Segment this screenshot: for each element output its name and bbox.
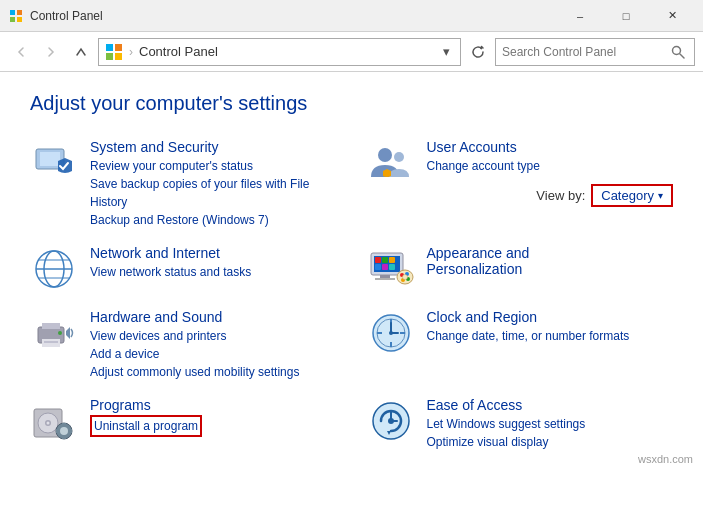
- user-accounts-content: User Accounts Change account type: [427, 139, 674, 175]
- svg-point-54: [60, 427, 68, 435]
- svg-rect-21: [375, 257, 381, 263]
- user-accounts-link-1[interactable]: Change account type: [427, 157, 674, 175]
- system-security-title[interactable]: System and Security: [90, 139, 337, 155]
- svg-rect-22: [382, 257, 388, 263]
- appearance-content: Appearance andPersonalization: [427, 245, 674, 279]
- svg-rect-28: [375, 278, 395, 280]
- view-by-control: View by: Category ▾: [536, 184, 673, 207]
- clock-region-title[interactable]: Clock and Region: [427, 309, 674, 325]
- system-security-link-2[interactable]: Save backup copies of your files with Fi…: [90, 175, 337, 211]
- network-internet-icon: [30, 245, 78, 293]
- hardware-sound-icon: [30, 309, 78, 357]
- title-bar: Control Panel – □ ✕: [0, 0, 703, 32]
- svg-rect-6: [106, 53, 113, 60]
- category-ease-of-access: Ease of Access Let Windows suggest setti…: [367, 397, 674, 451]
- svg-rect-25: [382, 264, 388, 270]
- window-icon: [8, 8, 24, 24]
- svg-rect-57: [56, 429, 60, 433]
- ease-of-access-icon: [367, 397, 415, 445]
- category-appearance: Appearance andPersonalization: [367, 245, 674, 293]
- window-title: Control Panel: [30, 9, 557, 23]
- programs-icon: [30, 397, 78, 445]
- svg-rect-0: [10, 10, 15, 15]
- hardware-sound-content: Hardware and Sound View devices and prin…: [90, 309, 337, 381]
- address-cp-icon: [105, 43, 123, 61]
- back-button[interactable]: [8, 39, 34, 65]
- svg-rect-23: [389, 257, 395, 263]
- hardware-sound-title[interactable]: Hardware and Sound: [90, 309, 337, 325]
- category-network-internet: Network and Internet View network status…: [30, 245, 337, 293]
- close-button[interactable]: ✕: [649, 0, 695, 32]
- svg-point-34: [402, 275, 407, 280]
- maximize-button[interactable]: □: [603, 0, 649, 32]
- search-input[interactable]: [502, 45, 668, 59]
- category-programs: Programs Uninstall a program: [30, 397, 337, 451]
- main-content: Adjust your computer's settings View by:…: [0, 72, 703, 471]
- svg-rect-11: [40, 152, 60, 166]
- svg-rect-56: [62, 435, 66, 439]
- svg-rect-58: [68, 429, 72, 433]
- address-field[interactable]: › Control Panel ▾: [98, 38, 461, 66]
- view-by-arrow: ▾: [658, 190, 663, 201]
- svg-point-39: [58, 331, 62, 335]
- ease-of-access-link-2[interactable]: Optimize visual display: [427, 433, 674, 451]
- svg-rect-26: [389, 264, 395, 270]
- svg-rect-27: [380, 275, 390, 278]
- watermark: wsxdn.com: [638, 453, 693, 465]
- svg-point-12: [378, 148, 392, 162]
- svg-point-52: [47, 422, 50, 425]
- hardware-sound-link-3[interactable]: Adjust commonly used mobility settings: [90, 363, 337, 381]
- ease-of-access-content: Ease of Access Let Windows suggest setti…: [427, 397, 674, 451]
- svg-rect-2: [10, 17, 15, 22]
- page-title: Adjust your computer's settings: [30, 92, 673, 115]
- view-by-label: View by:: [536, 188, 585, 203]
- svg-rect-3: [17, 17, 22, 22]
- address-text: Control Panel: [139, 44, 432, 59]
- address-dropdown-arrow[interactable]: ▾: [438, 44, 454, 60]
- svg-rect-36: [42, 323, 60, 329]
- network-internet-title[interactable]: Network and Internet: [90, 245, 337, 261]
- programs-content: Programs Uninstall a program: [90, 397, 337, 437]
- user-accounts-title[interactable]: User Accounts: [427, 139, 674, 155]
- svg-rect-7: [115, 53, 122, 60]
- search-box[interactable]: [495, 38, 695, 66]
- svg-rect-24: [375, 264, 381, 270]
- svg-rect-1: [17, 10, 22, 15]
- hardware-sound-link-1[interactable]: View devices and printers: [90, 327, 337, 345]
- ease-of-access-link-1[interactable]: Let Windows suggest settings: [427, 415, 674, 433]
- forward-button[interactable]: [38, 39, 64, 65]
- svg-rect-4: [106, 44, 113, 51]
- address-separator: ›: [129, 45, 133, 59]
- appearance-icon: [367, 245, 415, 293]
- svg-point-48: [389, 331, 393, 335]
- programs-link-1[interactable]: Uninstall a program: [90, 415, 202, 437]
- hardware-sound-link-2[interactable]: Add a device: [90, 345, 337, 363]
- svg-rect-55: [62, 423, 66, 427]
- up-button[interactable]: [68, 39, 94, 65]
- system-security-link-1[interactable]: Review your computer's status: [90, 157, 337, 175]
- view-by-value: Category: [601, 188, 654, 203]
- category-system-security: System and Security Review your computer…: [30, 139, 337, 229]
- address-bar: › Control Panel ▾: [0, 32, 703, 72]
- svg-rect-5: [115, 44, 122, 51]
- view-by-dropdown[interactable]: Category ▾: [591, 184, 673, 207]
- network-internet-link-1[interactable]: View network status and tasks: [90, 263, 337, 281]
- category-hardware-sound: Hardware and Sound View devices and prin…: [30, 309, 337, 381]
- system-security-link-3[interactable]: Backup and Restore (Windows 7): [90, 211, 337, 229]
- svg-rect-38: [44, 341, 58, 343]
- clock-region-link-1[interactable]: Change date, time, or number formats: [427, 327, 674, 345]
- search-icon[interactable]: [668, 42, 688, 62]
- svg-point-13: [394, 152, 404, 162]
- category-clock-region: Clock and Region Change date, time, or n…: [367, 309, 674, 381]
- svg-line-9: [680, 54, 684, 58]
- ease-of-access-title[interactable]: Ease of Access: [427, 397, 674, 413]
- svg-point-8: [673, 46, 681, 54]
- appearance-title[interactable]: Appearance andPersonalization: [427, 245, 674, 277]
- system-security-content: System and Security Review your computer…: [90, 139, 337, 229]
- clock-region-content: Clock and Region Change date, time, or n…: [427, 309, 674, 345]
- minimize-button[interactable]: –: [557, 0, 603, 32]
- programs-title[interactable]: Programs: [90, 397, 337, 413]
- refresh-button[interactable]: [465, 39, 491, 65]
- user-accounts-icon: [367, 139, 415, 187]
- window-controls: – □ ✕: [557, 0, 695, 32]
